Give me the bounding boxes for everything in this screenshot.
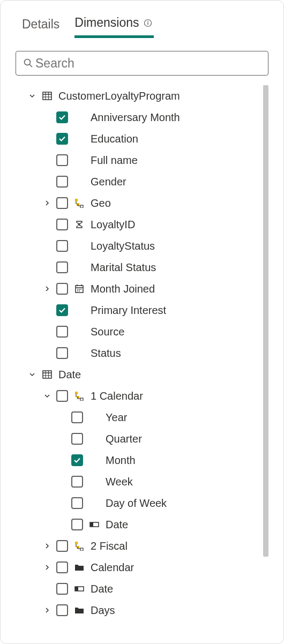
checkbox[interactable] bbox=[56, 197, 68, 209]
node-days[interactable]: Days bbox=[16, 600, 258, 621]
chevron-down-icon[interactable] bbox=[28, 93, 36, 99]
node-week[interactable]: Week bbox=[16, 471, 258, 492]
sigma-icon bbox=[73, 219, 85, 230]
node-dayofweek[interactable]: Day of Week bbox=[16, 492, 258, 514]
checkbox[interactable] bbox=[56, 111, 68, 123]
checkbox[interactable] bbox=[71, 497, 83, 509]
info-icon[interactable] bbox=[142, 17, 154, 29]
node-label: Month bbox=[106, 454, 136, 467]
node-date[interactable]: Date bbox=[16, 364, 258, 385]
checkbox[interactable] bbox=[56, 176, 68, 188]
level-icon bbox=[88, 519, 100, 530]
node-geo[interactable]: Geo bbox=[16, 192, 258, 214]
svg-rect-36 bbox=[75, 587, 78, 591]
checkbox[interactable] bbox=[56, 219, 68, 230]
svg-point-20 bbox=[77, 290, 78, 291]
checkbox[interactable] bbox=[56, 283, 68, 295]
blank-icon bbox=[88, 433, 100, 445]
scrollbar[interactable] bbox=[263, 85, 268, 557]
checkbox[interactable] bbox=[71, 411, 83, 423]
chevron-down-icon[interactable] bbox=[28, 371, 36, 378]
checkbox[interactable] bbox=[56, 240, 68, 252]
node-customerloyalty[interactable]: CustomerLoyaltyProgram bbox=[16, 85, 258, 107]
chevron-right-icon[interactable] bbox=[43, 286, 51, 292]
svg-rect-32 bbox=[75, 542, 78, 544]
chevron-right-icon[interactable] bbox=[43, 200, 51, 206]
checkbox[interactable] bbox=[56, 304, 68, 316]
checkbox[interactable] bbox=[71, 433, 83, 445]
blank-icon bbox=[73, 240, 85, 252]
blank-icon bbox=[88, 454, 100, 466]
node-2fiscal[interactable]: 2 Fiscal bbox=[16, 535, 258, 557]
node-date-level[interactable]: Date bbox=[16, 514, 258, 535]
svg-rect-34 bbox=[80, 548, 83, 551]
checkbox[interactable] bbox=[56, 133, 68, 145]
node-label: LoyaltyID bbox=[91, 219, 135, 231]
tab-dimensions-label: Dimensions bbox=[74, 16, 139, 30]
chevron-right-icon[interactable] bbox=[43, 564, 51, 571]
tab-details[interactable]: Details bbox=[22, 16, 59, 38]
checkbox[interactable] bbox=[56, 326, 68, 338]
chevron-down-icon[interactable] bbox=[43, 393, 51, 399]
node-label: Geo bbox=[91, 197, 111, 209]
node-primaryinterest[interactable]: Primary Interest bbox=[16, 299, 258, 321]
node-education[interactable]: Education bbox=[16, 128, 258, 149]
node-month[interactable]: Month bbox=[16, 450, 258, 471]
svg-point-18 bbox=[79, 289, 80, 290]
node-status[interactable]: Status bbox=[16, 342, 258, 364]
node-label: Source bbox=[91, 326, 124, 338]
checkbox[interactable] bbox=[56, 261, 68, 273]
node-source[interactable]: Source bbox=[16, 321, 258, 342]
search-input[interactable] bbox=[34, 56, 261, 71]
node-label: 2 Fiscal bbox=[91, 540, 128, 552]
node-date-leaf[interactable]: Date bbox=[16, 578, 258, 600]
dimension-tree: CustomerLoyaltyProgram Anniversary Month… bbox=[16, 85, 268, 621]
node-label: Month Joined bbox=[91, 283, 155, 295]
svg-line-4 bbox=[29, 64, 32, 67]
checkbox[interactable] bbox=[56, 540, 68, 552]
checkbox[interactable] bbox=[56, 347, 68, 359]
node-loyaltyid[interactable]: LoyaltyID bbox=[16, 214, 258, 235]
node-label: 1 Calendar bbox=[91, 390, 143, 402]
blank-icon bbox=[73, 304, 85, 316]
chevron-right-icon[interactable] bbox=[43, 607, 51, 613]
checkbox[interactable] bbox=[56, 604, 68, 616]
node-anniversary[interactable]: Anniversary Month bbox=[16, 107, 258, 128]
checkbox[interactable] bbox=[56, 390, 68, 402]
blank-icon bbox=[73, 261, 85, 273]
svg-rect-27 bbox=[75, 392, 78, 394]
node-1calendar[interactable]: 1 Calendar bbox=[16, 385, 258, 407]
node-fullname[interactable]: Full name bbox=[16, 149, 258, 171]
node-gender[interactable]: Gender bbox=[16, 171, 258, 192]
svg-rect-2 bbox=[148, 22, 148, 25]
node-label: LoyaltyStatus bbox=[91, 240, 155, 252]
svg-rect-12 bbox=[80, 205, 83, 208]
svg-point-17 bbox=[77, 289, 78, 290]
node-label: Date bbox=[91, 583, 113, 595]
node-quarter[interactable]: Quarter bbox=[16, 428, 258, 450]
checkbox[interactable] bbox=[71, 476, 83, 488]
node-label: Quarter bbox=[106, 433, 142, 445]
node-loyaltystatus[interactable]: LoyaltyStatus bbox=[16, 235, 258, 257]
node-label: Year bbox=[106, 411, 127, 424]
blank-icon bbox=[73, 176, 85, 188]
tab-dimensions[interactable]: Dimensions bbox=[74, 16, 154, 38]
chevron-right-icon[interactable] bbox=[43, 543, 51, 549]
svg-rect-22 bbox=[43, 371, 51, 378]
node-label: Anniversary Month bbox=[91, 111, 180, 124]
checkbox[interactable] bbox=[56, 154, 68, 166]
checkbox[interactable] bbox=[71, 454, 83, 466]
tab-details-label: Details bbox=[22, 17, 59, 32]
checkbox[interactable] bbox=[56, 583, 68, 595]
search-icon bbox=[23, 57, 34, 69]
node-monthjoined[interactable]: Month Joined bbox=[16, 278, 258, 299]
svg-rect-31 bbox=[90, 522, 93, 527]
node-label: Week bbox=[106, 476, 133, 488]
search-box[interactable] bbox=[16, 51, 268, 76]
node-calendar-folder[interactable]: Calendar bbox=[16, 557, 258, 578]
tab-bar: Details Dimensions bbox=[16, 16, 268, 38]
node-maritalstatus[interactable]: Marital Status bbox=[16, 257, 258, 278]
checkbox[interactable] bbox=[56, 561, 68, 573]
checkbox[interactable] bbox=[71, 519, 83, 530]
node-year[interactable]: Year bbox=[16, 407, 258, 428]
